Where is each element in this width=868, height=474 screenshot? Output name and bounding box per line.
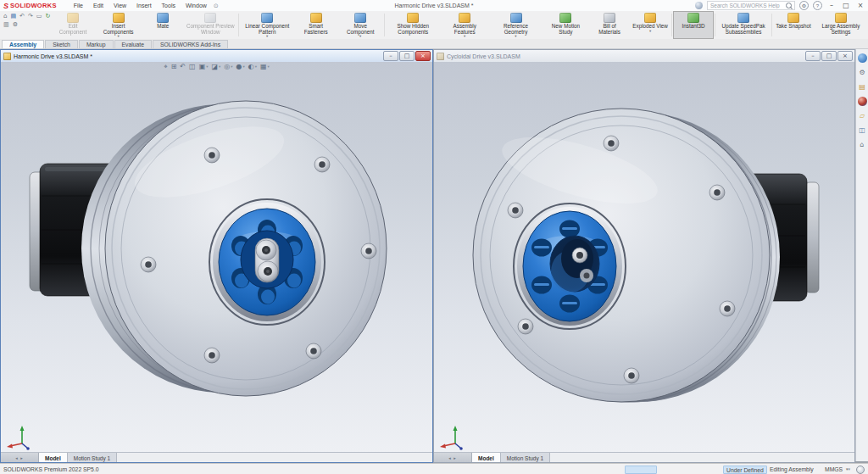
undo-button[interactable]: ↶ [19,13,25,20]
tab-markup[interactable]: Markup [79,40,114,48]
unit-system-label[interactable]: MMGS [825,466,843,472]
solidworks-logo-text: SOLIDWORKS [10,2,57,9]
tab-model[interactable]: Model [472,453,501,462]
harmonic-drive-3d-model[interactable] [1,62,432,453]
hide-show-items-icon[interactable]: ◎ [224,63,232,71]
bill-of-materials-icon [604,13,615,23]
app-close-button[interactable]: × [855,2,865,9]
component-preview-window-button: Component Preview Window [183,11,237,39]
view-settings-icon[interactable]: ▦ [260,63,270,71]
cycloidal-minimize-button[interactable]: – [805,51,821,61]
status-options-icon[interactable] [856,466,865,474]
exploded-view-icon [644,13,656,23]
cycloidal-drive-3d-model[interactable] [434,62,853,453]
ribbon-buttons: Edit Component Insert Components Mate Co… [52,11,868,39]
tab-model[interactable]: Model [39,453,68,462]
options-button[interactable]: ⚙ [13,21,18,28]
housing-face[interactable] [473,109,770,402]
previous-view-icon[interactable]: ↶ [180,63,186,71]
output-flange[interactable] [514,204,626,329]
instant3d-button[interactable]: Instant3D [673,11,714,39]
cycloidal-close-button[interactable]: × [837,51,853,61]
update-speedpak-subassemblies-icon [737,13,749,23]
ribbon-separator [671,14,672,36]
save-button[interactable]: ▤ [10,13,16,20]
menu-edit[interactable]: Edit [88,3,108,8]
large-assembly-settings-button[interactable]: Large Assembly Settings [814,11,868,39]
help-icon[interactable]: ? [813,1,822,10]
harmonic-viewport[interactable]: ⌖ ⊞ ↶ ◫ ▣ ◪ ◎ ● ◐ ▦ [1,62,432,453]
harmonic-minimize-button[interactable]: – [383,51,398,61]
menu-window[interactable]: Window [181,3,212,8]
status-segment [625,466,657,474]
view-orientation-icon[interactable]: ▣ [199,63,209,71]
mate-icon [157,13,169,23]
new-document-button[interactable]: ▭ [36,13,42,20]
ribbon-separator [715,14,715,36]
mate-button[interactable]: Mate [142,11,183,39]
update-speedpak-subassemblies-button[interactable]: Update SpeedPak Subassemblies [716,11,771,39]
menu-insert[interactable]: Insert [131,3,157,8]
unit-system-caret-icon[interactable]: ▾ [846,466,850,471]
login-icon[interactable] [695,2,703,9]
cycloidal-restore-button[interactable]: □ [821,51,837,61]
home-button[interactable]: ⌂ [3,13,7,20]
settings-icon[interactable]: ⚙ [799,1,809,10]
display-style-icon[interactable]: ◪ [211,63,220,71]
reference-geometry-icon [510,13,522,23]
tab-motion-study-1[interactable]: Motion Study 1 [68,453,117,462]
zoom-area-icon[interactable]: ⊞ [171,63,177,71]
document-window-harmonic: Harmonic Drive v3.SLDASM * – □ × [0,49,433,463]
exploded-view-button[interactable]: Exploded View [630,11,670,39]
solidworks-resources-icon[interactable]: ◉ [858,53,867,63]
new-motion-study-button[interactable]: New Motion Study [542,11,589,39]
pin-menu-icon[interactable]: ⊙ [214,3,219,9]
insert-components-icon [113,13,125,23]
cycloidal-viewport[interactable] [434,62,854,453]
tab-motion-study-1[interactable]: Motion Study 1 [501,453,550,462]
show-hidden-components-button[interactable]: Show Hidden Components [386,11,440,39]
app-minimize-button[interactable]: – [826,2,837,9]
output-flange[interactable] [209,199,325,325]
section-view-icon[interactable]: ◫ [189,63,196,71]
harmonic-close-button[interactable]: × [415,51,431,61]
tab-scroll-area[interactable] [1,453,39,462]
rebuild-button[interactable]: ↻ [45,13,50,20]
smart-fasteners-button[interactable]: Smart Fasteners [294,11,337,39]
harmonic-restore-button[interactable]: □ [399,51,415,61]
apply-scene-icon[interactable]: ◐ [248,63,257,71]
custom-properties-icon[interactable]: ⌂ [858,140,867,149]
reference-geometry-button[interactable]: Reference Geometry [489,11,542,39]
search-icon[interactable] [786,3,792,8]
assembly-features-button[interactable]: Assembly Features [440,11,489,39]
redo-button[interactable]: ↷ [28,13,33,20]
assembly-document-icon [437,53,444,60]
assembly-features-icon [459,13,470,23]
cycloidal-window-titlebar[interactable]: Cycloidal Drive v3.SLDASM – □ × [434,50,854,63]
search-input[interactable] [710,3,783,9]
tab-sketch[interactable]: Sketch [45,40,78,48]
app-restore-button[interactable]: □ [841,2,851,9]
print-button[interactable]: ▥ [3,21,9,28]
design-settings-icon[interactable]: ⚙ [858,68,867,77]
tab-scroll-area[interactable] [434,453,472,462]
file-explorer-icon[interactable]: ▱ [858,111,867,120]
view-palette-icon[interactable]: ◫ [858,125,867,135]
tab-evaluate[interactable]: Evaluate [114,40,152,48]
move-component-button[interactable]: Move Component [337,11,383,39]
menu-tools[interactable]: Tools [157,3,181,8]
tab-solidworks-add-ins[interactable]: SOLIDWORKS Add-Ins [153,40,228,48]
tab-assembly[interactable]: Assembly [2,40,44,48]
edit-appearance-icon[interactable]: ● [236,63,245,71]
design-library-icon[interactable]: ▤ [858,82,867,92]
bill-of-materials-button[interactable]: Bill of Materials [589,11,630,39]
menu-file[interactable]: File [69,3,88,8]
appearances-scenes-icon[interactable]: ◐ [858,97,867,106]
linear-component-pattern-button[interactable]: Linear Component Pattern [240,11,294,39]
zoom-fit-icon[interactable]: ⌖ [164,63,168,71]
harmonic-window-titlebar[interactable]: Harmonic Drive v3.SLDASM * – □ × [1,50,432,63]
menu-view[interactable]: View [108,3,131,8]
show-hidden-components-icon [407,13,419,23]
take-snapshot-button[interactable]: Take Snapshot [773,11,814,39]
insert-components-button[interactable]: Insert Components [94,11,142,39]
